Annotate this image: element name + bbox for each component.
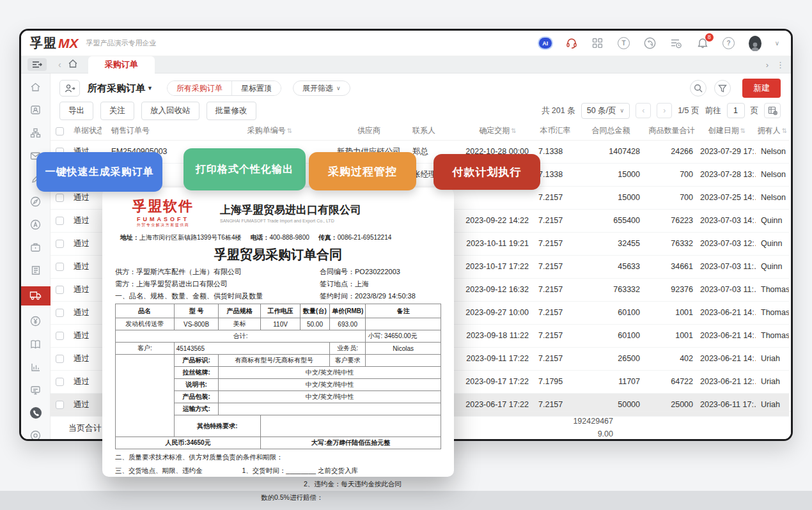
cell-amount: 15000 [577,186,645,209]
view-caret-icon[interactable]: ▼ [147,85,153,91]
ai-assistant-icon[interactable]: AI [539,38,552,49]
cell-status: 通过 [68,278,102,301]
batch-edit-button[interactable]: 批量修改 [207,102,256,120]
row-checkbox[interactable] [56,355,64,363]
cell-checkbox [51,255,68,278]
home-icon[interactable] [21,80,51,95]
new-button[interactable]: 新建 [742,79,781,98]
chart-icon[interactable] [21,360,51,375]
row-checkbox[interactable] [56,309,64,317]
apps-grid-icon[interactable] [591,37,604,50]
yen-icon[interactable] [21,314,51,328]
cell-qty: 92376 [645,278,698,301]
purchase-truck-icon[interactable] [21,286,51,305]
filter-funnel-icon[interactable] [714,80,731,97]
column-settings-icon[interactable] [764,103,781,118]
prev-page-button[interactable]: ‹ [636,103,651,118]
record-icon[interactable] [21,428,51,441]
doc-section3: 三、交货地点、期限、违约金 [115,465,203,476]
purchase-contract-document: 孚盟软件 FUMASOFT 外贸专业解决方案提供商 上海孚盟贸易进出口有限公司 … [102,188,454,477]
sidebar-collapse-icon[interactable] [27,58,47,71]
col-header-qty[interactable]: 商品数量合计 [645,122,698,140]
goto-page-input[interactable] [727,103,745,118]
cell-rate: 7.2157 [534,209,577,232]
cell-status: 通过 [68,347,102,370]
home-tab-icon[interactable] [68,59,78,71]
follow-button[interactable]: 关注 [100,102,134,120]
row-checkbox[interactable] [56,332,64,340]
cell-status: 通过 [68,301,102,324]
sort-icon[interactable]: ⇅ [782,127,787,134]
col-header-status[interactable]: 单据状态 [68,122,102,140]
row-checkbox[interactable] [56,194,64,202]
col-header-purchase-no[interactable]: 采购单编号⇅ [209,122,331,140]
doc-rmb-amount: 人民币:34650元 [116,437,261,449]
search-icon[interactable] [690,80,707,97]
org-icon[interactable] [21,126,51,141]
tab-forward-icon[interactable]: › [766,60,769,70]
col-header-owner[interactable]: 拥有人⇅ [756,122,789,140]
sort-icon[interactable]: ⇅ [740,127,746,134]
monitor-icon[interactable] [21,383,51,398]
cell-rate: 7.2157 [534,255,577,278]
filter-pill-starred[interactable]: 星标置顶 [231,81,281,95]
banner-quick-generate: 一键快速生成采购订单 [36,152,162,192]
orders-icon[interactable] [21,263,51,278]
cell-rate: 7.2157 [534,278,577,301]
col-header-sales-no[interactable]: 销售订单号 [102,122,209,140]
page-size-select[interactable]: 50 条/页 ∨ [581,103,630,119]
topbar: 孚盟 MX 孚盟产品演示专用企业 AI T 8 ? [21,31,791,56]
translate-icon[interactable]: T [618,37,630,49]
col-header-rate[interactable]: 本币汇率 [534,122,577,140]
view-title[interactable]: 所有采购订单 [88,82,145,95]
cell-qty: 24266 [645,140,698,163]
tab-purchase-orders[interactable]: 采购订单 [88,56,155,73]
headset-icon[interactable] [565,37,578,50]
tab-menu-icon[interactable]: ⋮ [776,60,785,70]
cell-status: 通过 [68,370,102,393]
contacts-icon[interactable] [21,103,51,118]
export-button[interactable]: 导出 [59,102,93,120]
goto-label: 前往 [705,105,721,116]
chevron-down-icon[interactable]: ∨ [775,40,779,47]
person-filter-icon[interactable] [59,80,80,97]
cell-owner: Thomas [756,301,789,324]
col-header-created[interactable]: 创建日期⇅ [698,122,756,140]
row-checkbox[interactable] [56,240,64,248]
briefcase-icon[interactable] [21,240,51,255]
help-icon[interactable]: ? [722,37,735,49]
doc-delivery-line2: 2、违约金：每天违约金按此合同 [304,479,402,490]
compass-icon[interactable] [21,194,51,209]
filter-pill-all-orders[interactable]: 所有采购订单 [168,81,231,95]
col-header-supplier[interactable]: 供应商 [331,122,407,140]
select-all-checkbox[interactable] [56,127,64,135]
cell-owner: Nelson [756,186,789,209]
cell-created: 2023-07-25 14:… [698,186,756,209]
doc-sign-place: 签订地点：上海 [320,278,441,290]
col-header-amount[interactable]: 合同总金额 [577,122,645,140]
cell-created: 2023-06-21 14:… [698,347,756,370]
row-checkbox[interactable] [56,378,64,386]
task-list-icon[interactable] [670,37,683,50]
expand-filter-button[interactable]: 展开筛选 ∨ [293,81,350,96]
sort-icon[interactable]: ⇅ [511,127,516,134]
doc-salesman-label: 业务员: [329,343,365,355]
target-a-icon[interactable] [21,217,51,232]
avatar[interactable] [749,37,761,50]
row-checkbox[interactable] [56,217,64,225]
cell-checkbox [51,278,68,301]
phone-contact-icon[interactable] [644,37,657,50]
col-header-contact[interactable]: 联系人 [407,122,462,140]
ledger-icon[interactable] [21,337,51,352]
phone-service-icon[interactable] [21,405,51,420]
col-header-delivery[interactable]: 确定交期⇅ [462,122,534,140]
recycle-bin-button[interactable]: 放入回收站 [141,102,199,120]
row-checkbox[interactable] [56,263,64,271]
notifications-bell-icon[interactable]: 8 [696,37,709,50]
row-checkbox[interactable] [56,401,64,409]
tab-back-icon[interactable]: ‹ [58,59,61,70]
next-page-button[interactable]: › [657,103,672,118]
cell-rate: 7.2157 [534,301,577,324]
sort-icon[interactable]: ⇅ [287,127,292,134]
row-checkbox[interactable] [56,286,64,294]
